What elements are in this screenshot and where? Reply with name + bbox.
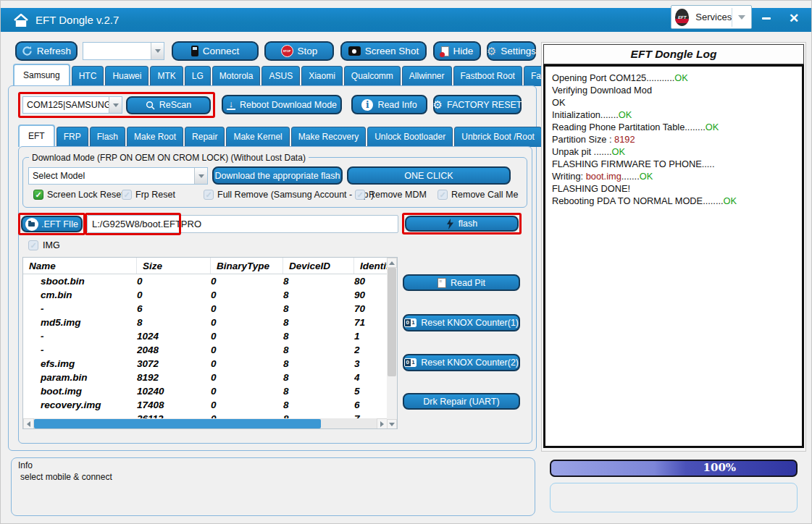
img-checkbox[interactable]: ✓ IMG	[28, 240, 60, 250]
folder-icon	[25, 218, 38, 231]
checkbox-full-remove-samsung-account-frp[interactable]: ✓Full Remove (Samsung Account - Frp )	[204, 190, 374, 200]
connect-button[interactable]: Connect	[172, 41, 259, 61]
scroll-right-icon[interactable]	[377, 418, 388, 429]
table-row[interactable]: -1024081	[23, 329, 388, 343]
column-header-name[interactable]: Name	[23, 258, 137, 274]
model-combobox-arrow[interactable]	[194, 168, 207, 184]
scroll-up-icon[interactable]	[387, 258, 397, 268]
flash-highlight: flash	[402, 213, 522, 234]
refresh-button[interactable]: Refresh	[15, 41, 78, 61]
settings-button[interactable]: ⚙ Settings	[487, 41, 536, 61]
brand-tab-asus[interactable]: ASUS	[261, 66, 300, 86]
download-flash-label: Download the appropriate flash	[214, 171, 340, 181]
drk-repair-button[interactable]: Drk Repair (UART)	[403, 393, 520, 410]
checkbox-box[interactable]: ✓	[204, 190, 214, 200]
function-tab-make-root[interactable]: Make Root	[127, 127, 183, 147]
table-row[interactable]: efs.img3072083	[23, 357, 388, 371]
minimize-icon	[762, 17, 771, 20]
function-tab-make-kernel[interactable]: Make Kernel	[226, 127, 289, 147]
rescan-button[interactable]: ReScan	[126, 96, 211, 114]
brand-tab-huawei[interactable]: Huawei	[105, 66, 148, 86]
flash-button[interactable]: flash	[405, 216, 519, 232]
function-tab-frp[interactable]: FRP	[56, 127, 88, 147]
partition-table[interactable]: NameSizeBinaryTypeDeviceIDIdentifier sbo…	[22, 257, 398, 429]
port-combobox[interactable]: COM125|SAMSUNG)	[22, 96, 122, 114]
eft-file-button[interactable]: .EFT FIle	[21, 216, 83, 232]
checkbox-frp-reset[interactable]: ✓Frp Reset	[122, 190, 175, 200]
checkbox-remove-call-me[interactable]: ✓Remove Call Me	[438, 190, 518, 200]
table-row[interactable]: cm.bin00890	[23, 288, 388, 302]
partition-table-body[interactable]: sboot.bin00880cm.bin00890-60870md5.img80…	[23, 274, 388, 419]
chevron-down-icon[interactable]	[738, 15, 745, 20]
column-header-deviceid[interactable]: DeviceID	[283, 258, 354, 274]
read-info-button[interactable]: i Read Info	[351, 95, 427, 114]
table-row[interactable]: -60870	[23, 302, 388, 316]
table-cell: 0	[211, 290, 283, 300]
log-panel: EFT Dongle Log Opening Port COM125......…	[541, 42, 806, 452]
brand-tab-motorola[interactable]: Motorola	[212, 66, 261, 86]
brand-tab-htc[interactable]: HTC	[72, 66, 104, 86]
screenshot-button[interactable]: Screen Shot	[340, 41, 427, 61]
horizontal-scroll-thumb[interactable]	[34, 419, 321, 428]
horizontal-scrollbar[interactable]	[23, 418, 388, 429]
firmware-path-input[interactable]: L:/G925W8/boot.EFTPRO	[87, 215, 398, 233]
minimize-button[interactable]	[756, 9, 777, 27]
brand-tab-qualcomm[interactable]: Qualcomm	[344, 66, 401, 86]
function-tab-repair[interactable]: Repair	[185, 127, 225, 147]
table-row[interactable]: recovery.img17408086	[23, 398, 388, 412]
function-tab-make-recovery[interactable]: Make Recovery	[291, 127, 366, 147]
vertical-scroll-thumb[interactable]	[388, 268, 396, 376]
chevron-down-icon	[113, 103, 119, 107]
checkbox-box[interactable]: ✓	[355, 190, 365, 200]
read-pit-button[interactable]: ≡ Read Pit	[403, 274, 520, 291]
port-combobox-arrow[interactable]	[109, 97, 122, 113]
column-header-size[interactable]: Size	[137, 258, 211, 274]
scroll-down-icon[interactable]	[387, 419, 397, 429]
checkbox-box[interactable]: ✓	[122, 190, 132, 200]
stop-button[interactable]: STOP Stop	[264, 41, 334, 61]
function-tab-unbrick-boot-root[interactable]: Unbrick Boot /Root	[454, 127, 542, 147]
log-output[interactable]: Opening Port COM125...........OKVerifyin…	[543, 64, 804, 448]
table-row[interactable]: param.bin8192084	[23, 371, 388, 384]
close-button[interactable]: ✕	[784, 9, 804, 27]
gear-icon: ⚙	[487, 46, 496, 56]
one-click-button[interactable]: ONE CLICK	[347, 166, 511, 185]
table-cell: 3072	[137, 358, 211, 369]
model-combobox[interactable]: Select Model	[28, 167, 208, 185]
column-header-binarytype[interactable]: BinaryType	[211, 258, 283, 274]
brand-tab-lg[interactable]: LG	[185, 66, 211, 86]
function-tab-flash[interactable]: Flash	[90, 127, 125, 147]
brand-tab-samsung[interactable]: Samsung	[13, 64, 70, 86]
checkbox-remove-mdm[interactable]: ✓Remove MDM	[355, 190, 427, 200]
partition-table-header[interactable]: NameSizeBinaryTypeDeviceIDIdentifier	[23, 258, 388, 274]
function-tab-unlock-bootloader[interactable]: Unlock Bootloader	[367, 127, 453, 147]
brand-tab-xiaomi[interactable]: Xiaomi	[301, 66, 343, 86]
download-appropriate-flash-button[interactable]: Download the appropriate flash	[212, 166, 343, 185]
scroll-left-icon[interactable]	[23, 418, 34, 429]
brand-tab-mtk[interactable]: MTK	[150, 66, 183, 86]
checkbox-box[interactable]: ✓	[33, 190, 43, 200]
function-tab-eft[interactable]: EFT	[18, 124, 55, 147]
vertical-scrollbar[interactable]	[387, 258, 397, 429]
column-header-identifier[interactable]: Identifier	[354, 258, 388, 274]
counter-icon: 01	[404, 358, 417, 367]
hide-button[interactable]: Hide	[433, 41, 481, 61]
table-cell: sboot.bin	[23, 276, 137, 287]
factory-reset-button[interactable]: ⚙ FACTORY RESET	[433, 95, 522, 114]
reset-knox-counter1-button[interactable]: 01 Reset KNOX Counter(1)	[403, 314, 520, 331]
table-row[interactable]: boot.img10240085	[23, 384, 388, 398]
camera-icon	[348, 46, 361, 56]
brand-tab-fastboot-root[interactable]: Fastboot Root	[453, 66, 522, 86]
services-dropdown[interactable]: EFT Services	[671, 5, 752, 29]
reset-knox-counter2-button[interactable]: 01 Reset KNOX Counter(2)	[403, 354, 520, 371]
brand-tab-allwinner[interactable]: Allwinner	[402, 66, 452, 86]
toolbar-combobox[interactable]	[83, 42, 164, 60]
checkbox-box[interactable]: ✓	[438, 190, 448, 200]
table-row[interactable]: -2048082	[23, 343, 388, 357]
checkbox-screen-lock-reset[interactable]: ✓Screen Lock Reset	[33, 190, 124, 200]
img-checkbox-box[interactable]: ✓	[28, 240, 38, 250]
reboot-download-mode-button[interactable]: ↓ Reboot Download Mode	[222, 95, 342, 114]
table-row[interactable]: sboot.bin00880	[23, 274, 388, 288]
toolbar-combobox-arrow[interactable]	[151, 43, 164, 59]
table-row[interactable]: md5.img80871	[23, 316, 388, 329]
